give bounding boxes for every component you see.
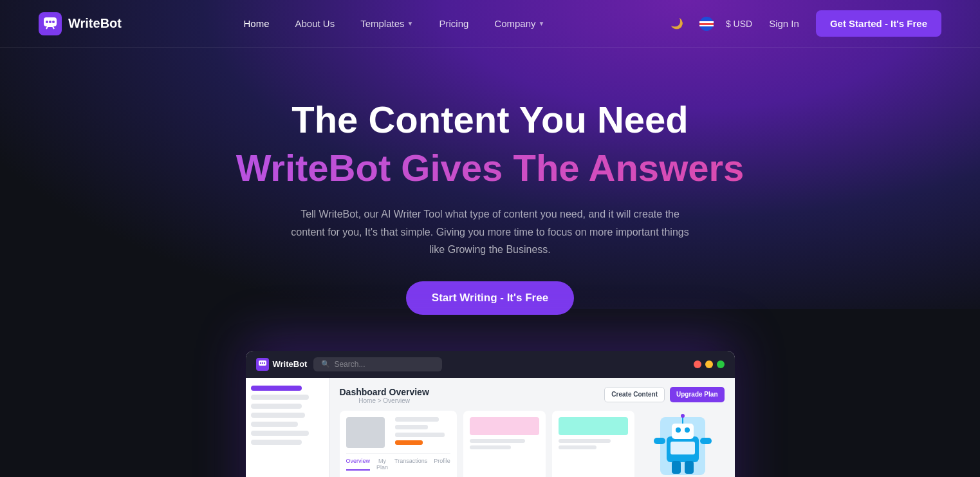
- svg-rect-8: [699, 25, 714, 26]
- svg-point-20: [681, 414, 685, 418]
- nav-home[interactable]: Home: [233, 13, 279, 34]
- dashboard-title-group: Dashboard Overview Home > Overview: [340, 387, 429, 404]
- globe-flag-icon: [699, 16, 714, 32]
- dashboard-body: Dashboard Overview Home > Overview Creat…: [246, 378, 735, 477]
- sidebar-item-3: [251, 404, 302, 409]
- card-tabs: Overview My Plan Transactions Profile: [346, 453, 450, 471]
- hero-title-line2: WriteBot Gives The Answers: [13, 145, 967, 191]
- tab-transactions[interactable]: Transactions: [394, 458, 427, 471]
- dark-mode-toggle[interactable]: 🌙: [667, 14, 687, 34]
- illustration-area: [641, 411, 725, 477]
- card-line-3: [395, 433, 445, 437]
- svg-rect-7: [699, 21, 714, 23]
- card-thumbnail: [346, 417, 385, 448]
- window-close-dot: [694, 360, 701, 368]
- brand-name: WriteBot: [68, 16, 122, 31]
- sidebar-item-2: [251, 395, 309, 400]
- tab-overview[interactable]: Overview: [346, 458, 371, 471]
- start-writing-button[interactable]: Start Writing - It's Free: [406, 281, 574, 315]
- get-started-button[interactable]: Get Started - It's Free: [816, 10, 941, 37]
- main-content-card: Overview My Plan Transactions Profile: [340, 411, 457, 477]
- logo[interactable]: WriteBot: [39, 12, 122, 35]
- window-bar-left: WriteBot 🔍 Search...: [256, 357, 443, 371]
- svg-point-2: [46, 21, 48, 23]
- tab-profile[interactable]: Profile: [434, 458, 450, 471]
- small-card-2-lines: [559, 439, 628, 449]
- sign-in-button[interactable]: Sign In: [761, 13, 807, 34]
- navbar: WriteBot Home About Us Templates ▼ Prici…: [0, 0, 980, 48]
- small-card-2-header: [559, 417, 628, 435]
- card-content: [346, 417, 450, 448]
- small-line-2: [470, 445, 512, 449]
- card-line-1: [395, 417, 439, 422]
- dashboard-cards-row: Overview My Plan Transactions Profile: [340, 411, 725, 477]
- small-card-1-lines: [470, 439, 539, 449]
- hero-section: The Content You Need WriteBot Gives The …: [0, 48, 980, 477]
- dashboard-main: Dashboard Overview Home > Overview Creat…: [329, 378, 735, 477]
- card-progress-bar: [395, 440, 423, 445]
- small-card-1: [463, 411, 546, 477]
- upgrade-plan-button[interactable]: Upgrade Plan: [670, 387, 724, 402]
- sidebar-item-7: [251, 440, 302, 445]
- nav-company[interactable]: Company ▼: [484, 13, 555, 34]
- templates-chevron: ▼: [407, 20, 414, 27]
- svg-point-4: [52, 21, 55, 23]
- svg-point-18: [685, 427, 690, 433]
- window-controls: [694, 360, 725, 368]
- dashboard-breadcrumb: Home > Overview: [340, 397, 429, 404]
- small-line-1: [470, 439, 525, 443]
- small-line-3: [559, 439, 611, 443]
- small-card-1-header: [470, 417, 539, 435]
- svg-point-11: [259, 362, 261, 364]
- svg-rect-21: [670, 442, 695, 454]
- card-text-lines: [395, 417, 450, 448]
- svg-rect-23: [700, 438, 712, 444]
- svg-rect-25: [685, 461, 694, 474]
- svg-rect-24: [672, 461, 681, 474]
- currency-selector[interactable]: $ USD: [726, 19, 752, 29]
- window-logo-text: WriteBot: [273, 359, 308, 369]
- currency-label: $ USD: [726, 19, 752, 29]
- dashboard-window: WriteBot 🔍 Search...: [246, 351, 735, 477]
- svg-point-17: [676, 427, 681, 433]
- dashboard-header: Dashboard Overview Home > Overview Creat…: [340, 387, 725, 404]
- logo-icon: [39, 12, 62, 35]
- sidebar-item-5: [251, 422, 298, 427]
- card-line-2: [395, 425, 429, 429]
- navbar-actions: 🌙 $ USD Sign In Get Started - It's Free: [667, 10, 941, 37]
- svg-point-3: [49, 21, 51, 23]
- sidebar-item-1: [251, 386, 302, 391]
- small-line-4: [559, 445, 596, 449]
- create-content-button[interactable]: Create Content: [604, 387, 665, 402]
- dashboard-preview: WriteBot 🔍 Search...: [13, 351, 967, 477]
- window-search-bar[interactable]: 🔍 Search...: [313, 357, 442, 371]
- svg-rect-22: [654, 438, 665, 444]
- search-icon: 🔍: [321, 360, 330, 368]
- svg-point-13: [263, 362, 264, 364]
- tab-my-plan[interactable]: My Plan: [376, 458, 388, 471]
- dashboard-header-actions: Create Content Upgrade Plan: [604, 387, 724, 402]
- dashboard-title: Dashboard Overview: [340, 387, 429, 397]
- window-titlebar: WriteBot 🔍 Search...: [246, 351, 735, 378]
- window-logo-icon: [256, 358, 269, 371]
- hero-subtitle: Tell WriteBot, our AI Writer Tool what t…: [284, 205, 696, 258]
- dashboard-sidebar: [246, 378, 329, 477]
- nav-pricing[interactable]: Pricing: [429, 13, 479, 34]
- small-card-2: [552, 411, 634, 477]
- svg-point-12: [261, 362, 263, 364]
- nav-templates[interactable]: Templates ▼: [350, 13, 423, 34]
- sidebar-item-4: [251, 413, 306, 418]
- window-logo: WriteBot: [256, 358, 308, 371]
- sidebar-item-6: [251, 431, 309, 436]
- window-minimize-dot: [705, 360, 713, 368]
- bot-illustration: [647, 411, 718, 477]
- language-selector[interactable]: [696, 14, 717, 34]
- svg-rect-16: [672, 424, 694, 439]
- window-maximize-dot: [717, 360, 725, 368]
- hero-title-line1: The Content You Need: [13, 99, 967, 140]
- search-placeholder: Search...: [334, 360, 365, 369]
- nav-links: Home About Us Templates ▼ Pricing Compan…: [233, 13, 555, 34]
- nav-about[interactable]: About Us: [284, 13, 345, 34]
- company-chevron: ▼: [539, 20, 545, 27]
